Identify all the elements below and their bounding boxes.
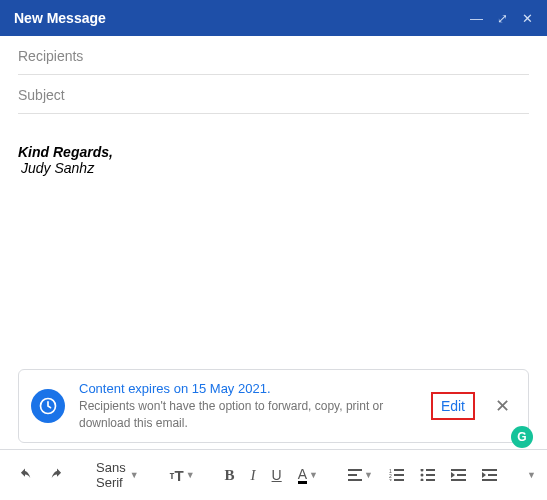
compose-window: New Message — ⤢ ✕ Recipients Subject Kin… bbox=[0, 0, 547, 500]
font-family-label: Sans Serif bbox=[96, 460, 126, 490]
svg-rect-7 bbox=[394, 469, 404, 471]
compose-fields: Recipients Subject bbox=[0, 36, 547, 114]
svg-point-12 bbox=[420, 479, 423, 482]
svg-rect-8 bbox=[394, 474, 404, 476]
align-icon[interactable]: ▼ bbox=[343, 466, 378, 484]
compose-body[interactable]: Kind Regards, Judy Sanhz bbox=[0, 114, 547, 369]
grammarly-icon[interactable]: G bbox=[511, 426, 533, 448]
svg-rect-1 bbox=[348, 469, 362, 471]
indent-more-icon[interactable] bbox=[477, 466, 502, 484]
svg-point-10 bbox=[420, 469, 423, 472]
chevron-down-icon: ▼ bbox=[130, 470, 139, 480]
bullet-list-icon[interactable] bbox=[415, 466, 440, 484]
minimize-icon[interactable]: — bbox=[470, 11, 483, 26]
text-color-icon[interactable]: A▼ bbox=[293, 464, 323, 487]
subject-field[interactable]: Subject bbox=[18, 75, 529, 114]
svg-rect-21 bbox=[482, 479, 497, 481]
numbered-list-icon[interactable]: 123 bbox=[384, 466, 409, 484]
redo-icon[interactable] bbox=[44, 465, 70, 485]
edit-button[interactable]: Edit bbox=[431, 392, 475, 420]
svg-rect-16 bbox=[451, 469, 466, 471]
recipients-field[interactable]: Recipients bbox=[18, 36, 529, 75]
close-icon[interactable]: ✕ bbox=[522, 11, 533, 26]
header-actions: — ⤢ ✕ bbox=[470, 11, 533, 26]
font-size-icon[interactable]: тT▼ bbox=[165, 464, 200, 487]
bold-icon[interactable]: B bbox=[220, 464, 240, 487]
undo-icon[interactable] bbox=[12, 465, 38, 485]
compose-title: New Message bbox=[14, 10, 470, 26]
svg-point-11 bbox=[420, 474, 423, 477]
indent-less-icon[interactable] bbox=[446, 466, 471, 484]
svg-rect-18 bbox=[451, 479, 466, 481]
signature-line: Judy Sanhz bbox=[21, 160, 529, 176]
svg-rect-3 bbox=[348, 479, 362, 481]
svg-rect-14 bbox=[426, 474, 435, 476]
svg-rect-15 bbox=[426, 479, 435, 481]
underline-icon[interactable]: U bbox=[267, 464, 287, 486]
svg-rect-20 bbox=[488, 474, 497, 476]
confidential-mode-banner: Content expires on 15 May 2021. Recipien… bbox=[18, 369, 529, 443]
dismiss-confidential-icon[interactable]: ✕ bbox=[489, 395, 516, 417]
signature-line: Kind Regards, bbox=[18, 144, 529, 160]
compose-header: New Message — ⤢ ✕ bbox=[0, 0, 547, 36]
confidential-subtitle: Recipients won't have the option to forw… bbox=[79, 398, 417, 432]
confidential-title: Content expires on 15 May 2021. bbox=[79, 380, 417, 398]
svg-rect-2 bbox=[348, 474, 357, 476]
font-family-picker[interactable]: Sans Serif ▼ bbox=[90, 458, 145, 492]
more-formatting-icon[interactable]: ▼ bbox=[522, 467, 541, 483]
svg-rect-13 bbox=[426, 469, 435, 471]
italic-icon[interactable]: I bbox=[246, 464, 261, 487]
svg-rect-9 bbox=[394, 479, 404, 481]
svg-rect-19 bbox=[482, 469, 497, 471]
svg-text:3: 3 bbox=[389, 478, 392, 481]
expand-icon[interactable]: ⤢ bbox=[497, 11, 508, 26]
confidential-text: Content expires on 15 May 2021. Recipien… bbox=[79, 380, 417, 432]
formatting-toolbar: Sans Serif ▼ тT▼ B I U A▼ ▼ 123 bbox=[0, 449, 547, 500]
clock-lock-icon bbox=[31, 389, 65, 423]
svg-rect-17 bbox=[457, 474, 466, 476]
